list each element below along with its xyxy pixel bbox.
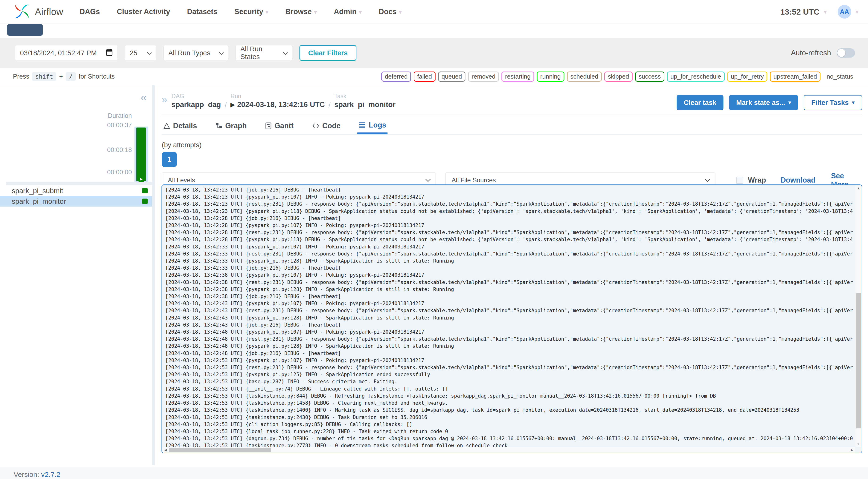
log-line: [2024-03-18, 13:42:43 UTC] {pyspark_pi.p… bbox=[165, 300, 855, 307]
state-badge: upstream_failed bbox=[770, 71, 820, 82]
wrap-toggle[interactable]: Wrap bbox=[736, 176, 766, 185]
avatar-caret-icon[interactable]: ▾ bbox=[856, 8, 859, 15]
nav-right: 13:52 UTC ▾ AA ▾ bbox=[780, 5, 859, 19]
log-line: [2024-03-18, 13:42:33 UTC] {rest.py:231}… bbox=[165, 250, 855, 257]
task-success-square[interactable] bbox=[142, 188, 148, 193]
nav-menu-item[interactable]: Docs bbox=[379, 7, 402, 16]
scroll-up-icon[interactable]: ▲ bbox=[856, 186, 861, 190]
run-states-select[interactable]: All Run States bbox=[236, 45, 292, 61]
content-area: « Duration 00:00:37 00:00:18 00:00:00 ▶ … bbox=[0, 85, 868, 467]
run-duration-bar[interactable] bbox=[136, 128, 146, 181]
nav-menu-item[interactable]: Admin bbox=[334, 7, 362, 16]
brand-name: Airflow bbox=[35, 7, 63, 17]
tab-logs[interactable]: Logs bbox=[358, 118, 388, 134]
grid-separator bbox=[6, 182, 152, 185]
log-line: [2024-03-18, 13:42:48 UTC] {pyspark_pi.p… bbox=[165, 343, 855, 350]
horizontal-scrollbar[interactable]: ◀ ▶ bbox=[162, 447, 855, 452]
wrap-checkbox[interactable] bbox=[736, 177, 743, 184]
download-link[interactable]: Download bbox=[781, 176, 815, 185]
log-level-value: All Levels bbox=[168, 177, 195, 184]
nav-menu-item[interactable]: Datasets bbox=[187, 7, 217, 16]
auto-refresh-toggle[interactable] bbox=[837, 48, 855, 58]
tab-details[interactable]: Details bbox=[162, 118, 198, 134]
caret-down-icon: ▾ bbox=[852, 99, 855, 106]
warning-triangle-icon bbox=[163, 123, 170, 129]
horizontal-scroll-thumb[interactable] bbox=[169, 448, 271, 452]
calendar-icon[interactable] bbox=[106, 48, 113, 58]
run-types-select[interactable]: All Run Types bbox=[163, 45, 228, 61]
task-value[interactable]: spark_pi_monitor bbox=[334, 100, 396, 109]
state-badge: removed bbox=[468, 71, 499, 82]
vertical-scroll-thumb[interactable] bbox=[856, 293, 861, 429]
log-line: [2024-03-18, 13:42:43 UTC] {rest.py:231}… bbox=[165, 307, 855, 314]
shift-key: shift bbox=[32, 72, 56, 81]
run-state-icon: ▶ bbox=[230, 101, 235, 108]
state-badge: up_for_retry bbox=[727, 71, 767, 82]
duration-tick: 00:00:37 bbox=[107, 122, 132, 129]
detail-tabs: Details Graph Gantt Code bbox=[162, 118, 862, 135]
clock-caret-icon[interactable]: ▾ bbox=[824, 8, 827, 15]
dag-value[interactable]: sparkapp_dag bbox=[172, 100, 221, 109]
log-line: [2024-03-18, 13:42:43 UTC] {pyspark_pi.p… bbox=[165, 314, 855, 321]
log-line: [2024-03-18, 13:42:53 UTC] {__init__.py:… bbox=[165, 385, 855, 392]
log-line: [2024-03-18, 13:42:48 UTC] {rest.py:231}… bbox=[165, 336, 855, 343]
page-size-select[interactable]: 25 bbox=[125, 45, 156, 61]
breadcrumb-run: Run ▶ 2024-03-18, 13:42:16 UTC bbox=[230, 93, 325, 109]
tab-label: Details bbox=[173, 122, 197, 130]
state-badge: deferred bbox=[381, 71, 411, 82]
breadcrumb-chevrons-icon[interactable]: » bbox=[162, 95, 167, 104]
airflow-brand[interactable]: Airflow bbox=[12, 2, 63, 22]
code-icon bbox=[312, 123, 319, 129]
file-source-value: All File Sources bbox=[452, 177, 496, 184]
nav-menu-item[interactable]: Security bbox=[235, 7, 268, 16]
scroll-left-icon[interactable]: ◀ bbox=[164, 448, 167, 452]
task-success-square[interactable] bbox=[142, 198, 148, 204]
sub-bar: Press shift + / for Shortcuts deferredfa… bbox=[0, 68, 868, 85]
log-line: [2024-03-18, 13:42:53 UTC] {base.py:287}… bbox=[165, 378, 855, 385]
partial-scrolled-button[interactable] bbox=[7, 24, 43, 36]
run-label: Run bbox=[230, 93, 325, 99]
breadcrumb-separator: / bbox=[225, 101, 227, 109]
scroll-right-icon[interactable]: ▶ bbox=[851, 448, 853, 452]
state-badge: queued bbox=[438, 71, 466, 82]
scroll-down-icon[interactable]: ▼ bbox=[856, 442, 861, 446]
tab-code[interactable]: Code bbox=[311, 118, 342, 134]
log-line: [2024-03-18, 13:42:33 UTC] {pyspark_pi.p… bbox=[165, 257, 855, 264]
mark-state-button[interactable]: Mark state as... ▾ bbox=[729, 95, 798, 110]
panel-divider[interactable] bbox=[152, 85, 155, 465]
nav-menu-item[interactable]: DAGs bbox=[80, 7, 100, 16]
task-label: Task bbox=[334, 93, 396, 99]
nav-menu-item[interactable]: Cluster Activity bbox=[117, 7, 170, 16]
task-row-spark-pi-monitor[interactable]: spark_pi_monitor bbox=[0, 196, 152, 206]
shortcuts-press: Press bbox=[13, 73, 29, 80]
state-badge: success bbox=[635, 71, 664, 82]
footer: Version: v2.7.2 bbox=[0, 467, 868, 479]
tab-gantt[interactable]: Gantt bbox=[264, 118, 295, 134]
toggle-knob bbox=[837, 49, 845, 57]
base-date-input[interactable]: 03/18/2024, 01:52:47 PM bbox=[15, 45, 118, 61]
log-line: [2024-03-18, 13:42:28 UTC] {rest.py:231}… bbox=[165, 229, 855, 236]
breadcrumb-dag: DAG sparkapp_dag bbox=[172, 93, 221, 109]
filter-tasks-button[interactable]: Filter Tasks ▾ bbox=[804, 95, 862, 110]
log-line: [2024-03-18, 13:42:53 UTC] {rest.py:231}… bbox=[165, 364, 855, 371]
auto-refresh-group: Auto-refresh bbox=[791, 48, 855, 58]
clear-task-button[interactable]: Clear task bbox=[677, 95, 723, 110]
gantt-icon bbox=[265, 122, 272, 129]
nav-menu-item[interactable]: Browse bbox=[285, 7, 317, 16]
tab-graph[interactable]: Graph bbox=[214, 118, 248, 134]
vertical-scrollbar[interactable]: ▲ ▼ bbox=[856, 185, 861, 447]
attempt-1-button[interactable]: 1 bbox=[162, 152, 177, 167]
caret-down-icon: ▾ bbox=[788, 99, 791, 106]
log-line: [2024-03-18, 13:42:23 UTC] {pyspark_pi.p… bbox=[165, 208, 855, 215]
run-value[interactable]: ▶ 2024-03-18, 13:42:16 UTC bbox=[230, 100, 325, 109]
breadcrumb: » DAG sparkapp_dag / Run ▶ 2024-03-18, 1… bbox=[162, 93, 862, 110]
task-row-spark-pi-submit[interactable]: spark_pi_submit bbox=[0, 185, 152, 196]
avatar[interactable]: AA bbox=[838, 5, 851, 19]
version-link[interactable]: v2.7.2 bbox=[41, 471, 61, 478]
shortcuts-suffix: for Shortcuts bbox=[79, 73, 115, 80]
collapse-panel-icon[interactable]: « bbox=[141, 92, 147, 103]
log-line: [2024-03-18, 13:42:38 UTC] {rest.py:231}… bbox=[165, 279, 855, 286]
log-line: [2024-03-18, 13:42:23 UTC] {job.py:216} … bbox=[165, 186, 855, 193]
clock[interactable]: 13:52 UTC bbox=[780, 7, 819, 17]
clear-filters-button[interactable]: Clear Filters bbox=[300, 45, 356, 61]
